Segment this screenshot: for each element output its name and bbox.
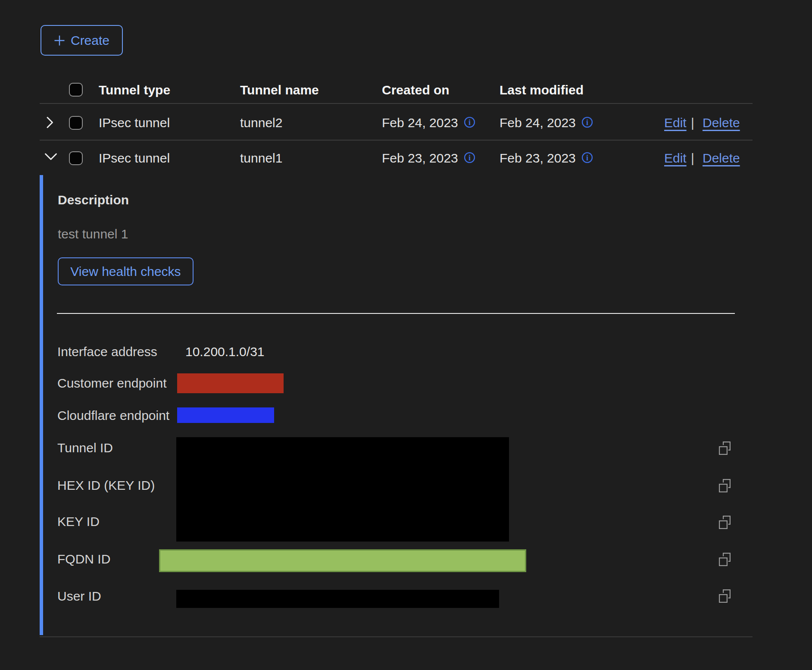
- svg-text:i: i: [586, 118, 588, 127]
- svg-text:i: i: [468, 153, 471, 162]
- svg-text:i: i: [586, 153, 588, 162]
- svg-text:i: i: [468, 118, 471, 127]
